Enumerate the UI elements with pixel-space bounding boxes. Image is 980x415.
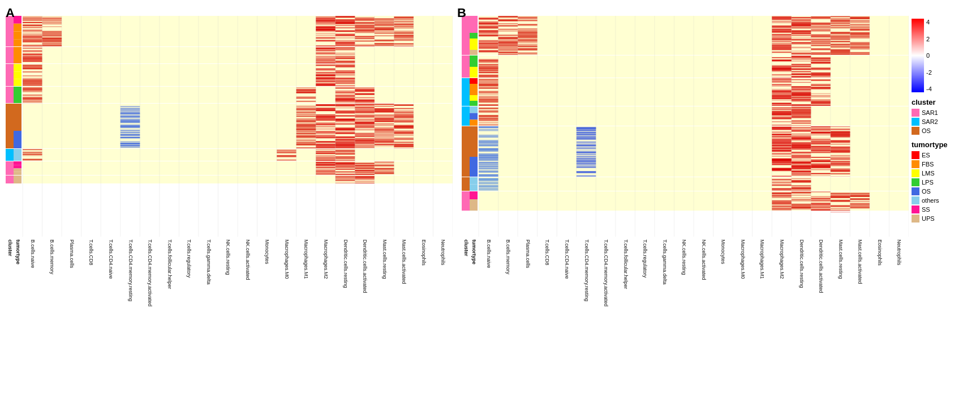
tumortype-legend: tumortype ES FBS LMS LPS OS [912, 140, 972, 224]
ups-swatch [912, 215, 919, 223]
legend-container: 4 2 0 -2 -4 cluster SAR1 SAR2 OS [909, 16, 974, 409]
main-container: A B 4 2 0 -2 -4 cluster [0, 0, 980, 415]
panel-a-label: A [6, 6, 15, 20]
ss-label: SS [922, 206, 930, 213]
tt-lms: LMS [912, 169, 972, 177]
scale-labels: 4 2 0 -2 -4 [926, 19, 932, 92]
os-swatch [912, 127, 919, 135]
panel-b-label: B [457, 6, 466, 20]
tt-os-label: OS [922, 188, 931, 195]
tt-others: others [912, 196, 972, 204]
ss-swatch [912, 206, 919, 213]
sar2-label: SAR2 [922, 118, 938, 125]
tt-os: OS [912, 187, 972, 195]
cluster-os: OS [912, 127, 972, 135]
heatmap-b [462, 16, 909, 333]
tt-ss: SS [912, 206, 972, 213]
os-label: OS [922, 127, 931, 134]
tt-es: ES [912, 151, 972, 159]
cluster-sar2: SAR2 [912, 118, 972, 126]
tt-os-swatch [912, 187, 919, 195]
colorbar [912, 19, 924, 92]
es-label: ES [922, 152, 930, 159]
scale-label-4: 4 [926, 19, 932, 25]
panel-b: B [457, 6, 909, 409]
color-scale: 4 2 0 -2 -4 [912, 19, 972, 92]
lps-swatch [912, 178, 919, 186]
es-swatch [912, 151, 919, 159]
lps-label: LPS [922, 179, 934, 186]
scale-label-2: 2 [926, 36, 932, 42]
lms-label: LMS [922, 170, 935, 177]
tt-fbs: FBS [912, 160, 972, 168]
tumortype-legend-title: tumortype [912, 140, 972, 149]
heatmap-a [6, 16, 453, 333]
others-swatch [912, 196, 919, 204]
sar1-swatch [912, 109, 919, 117]
panel-a: A [6, 6, 457, 409]
tt-ups: UPS [912, 215, 972, 223]
sar1-label: SAR1 [922, 109, 938, 116]
scale-label-n2: -2 [926, 69, 932, 76]
cluster-legend: cluster SAR1 SAR2 OS [912, 98, 972, 136]
scale-label-0: 0 [926, 52, 932, 59]
cluster-sar1: SAR1 [912, 109, 972, 117]
others-label: others [922, 197, 939, 204]
cluster-legend-title: cluster [912, 98, 972, 106]
fbs-swatch [912, 160, 919, 168]
scale-label-n4: -4 [926, 85, 932, 92]
ups-label: UPS [922, 215, 935, 222]
lms-swatch [912, 169, 919, 177]
tt-lps: LPS [912, 178, 972, 186]
fbs-label: FBS [922, 161, 934, 168]
sar2-swatch [912, 118, 919, 126]
